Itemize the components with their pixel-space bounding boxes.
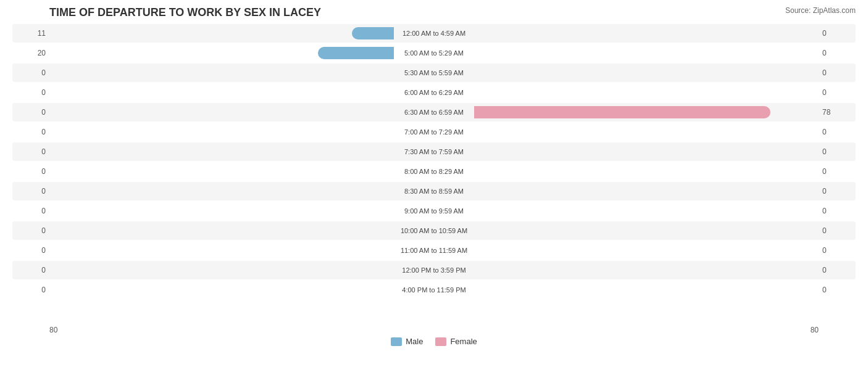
time-label: 6:30 AM to 6:59 AM xyxy=(404,109,464,116)
bar-pair: 12:00 AM to 4:59 AM xyxy=(49,24,819,43)
chart-container: TIME OF DEPARTURE TO WORK BY SEX IN LACE… xyxy=(0,0,868,367)
bar-pair: 6:30 AM to 6:59 AM xyxy=(49,103,819,122)
chart-row: 205:00 AM to 5:29 AM0 xyxy=(12,44,856,62)
male-bar xyxy=(352,27,394,39)
chart-row: 08:00 AM to 8:29 AM0 xyxy=(12,162,856,181)
female-value: 0 xyxy=(819,49,856,57)
bar-pair: 6:00 AM to 6:29 AM xyxy=(49,83,819,102)
legend-female: Female xyxy=(435,337,477,346)
axis-left-value: 80 xyxy=(49,326,57,334)
chart-row: 1112:00 AM to 4:59 AM0 xyxy=(12,24,856,43)
male-value: 0 xyxy=(12,147,49,156)
male-value: 0 xyxy=(12,108,49,117)
chart-row: 08:30 AM to 8:59 AM0 xyxy=(12,182,856,200)
time-label: 4:00 PM to 11:59 PM xyxy=(402,286,465,294)
time-label: 8:30 AM to 8:59 AM xyxy=(404,188,464,195)
time-label: 10:00 AM to 10:59 AM xyxy=(401,227,467,234)
legend-male: Male xyxy=(391,337,423,346)
axis-right-value: 80 xyxy=(811,326,819,334)
chart-row: 04:00 PM to 11:59 PM0 xyxy=(12,281,856,299)
bar-pair: 12:00 PM to 3:59 PM xyxy=(49,261,819,279)
female-bar xyxy=(474,106,770,118)
chart-row: 07:00 AM to 7:29 AM0 xyxy=(12,123,856,141)
source-label: Source: ZipAtlas.com xyxy=(785,6,856,15)
bar-pair: 11:00 AM to 11:59 AM xyxy=(49,241,819,260)
chart-title: TIME OF DEPARTURE TO WORK BY SEX IN LACE… xyxy=(12,6,856,19)
bar-pair: 5:00 AM to 5:29 AM xyxy=(49,44,819,62)
bar-pair: 8:30 AM to 8:59 AM xyxy=(49,182,819,200)
legend: Male Female xyxy=(12,337,856,346)
chart-row: 011:00 AM to 11:59 AM0 xyxy=(12,241,856,260)
bar-pair: 5:30 AM to 5:59 AM xyxy=(49,64,819,82)
male-value: 0 xyxy=(12,207,49,215)
male-value: 0 xyxy=(12,68,49,77)
female-label: Female xyxy=(450,337,477,346)
female-value: 0 xyxy=(819,187,856,196)
chart-row: 09:00 AM to 9:59 AM0 xyxy=(12,202,856,220)
time-label: 5:30 AM to 5:59 AM xyxy=(404,69,464,76)
bar-pair: 8:00 AM to 8:29 AM xyxy=(49,162,819,181)
male-label: Male xyxy=(406,337,423,346)
time-label: 11:00 AM to 11:59 AM xyxy=(401,247,467,254)
male-value: 0 xyxy=(12,226,49,235)
time-label: 12:00 AM to 4:59 AM xyxy=(403,30,465,37)
female-value: 0 xyxy=(819,226,856,235)
time-label: 5:00 AM to 5:29 AM xyxy=(404,49,464,57)
chart-area: 1112:00 AM to 4:59 AM0205:00 AM to 5:29 … xyxy=(12,24,856,323)
female-value: 0 xyxy=(819,246,856,255)
chart-row: 010:00 AM to 10:59 AM0 xyxy=(12,221,856,240)
time-label: 12:00 PM to 3:59 PM xyxy=(402,266,465,274)
time-label: 7:00 AM to 7:29 AM xyxy=(404,128,464,136)
bar-pair: 4:00 PM to 11:59 PM xyxy=(49,281,819,299)
female-value: 0 xyxy=(819,128,856,136)
chart-row: 06:00 AM to 6:29 AM0 xyxy=(12,83,856,102)
axis-bottom: 80 80 xyxy=(12,323,856,334)
male-value: 0 xyxy=(12,167,49,176)
female-value: 0 xyxy=(819,68,856,77)
bar-pair: 10:00 AM to 10:59 AM xyxy=(49,221,819,240)
male-value: 0 xyxy=(12,187,49,196)
female-color-box xyxy=(435,337,446,346)
bar-pair: 7:30 AM to 7:59 AM xyxy=(49,142,819,161)
time-label: 7:30 AM to 7:59 AM xyxy=(404,148,464,155)
time-label: 8:00 AM to 8:29 AM xyxy=(404,168,464,175)
female-value: 0 xyxy=(819,29,856,38)
male-value: 0 xyxy=(12,266,49,274)
male-value: 0 xyxy=(12,128,49,136)
female-value: 0 xyxy=(819,147,856,156)
time-label: 9:00 AM to 9:59 AM xyxy=(404,207,464,215)
chart-row: 05:30 AM to 5:59 AM0 xyxy=(12,64,856,82)
male-value: 11 xyxy=(12,29,49,38)
female-value: 0 xyxy=(819,286,856,294)
male-value: 0 xyxy=(12,286,49,294)
female-value: 78 xyxy=(819,108,856,117)
bar-pair: 9:00 AM to 9:59 AM xyxy=(49,202,819,220)
male-bar xyxy=(318,47,394,59)
female-value: 0 xyxy=(819,167,856,176)
bar-pair: 7:00 AM to 7:29 AM xyxy=(49,123,819,141)
female-value: 0 xyxy=(819,266,856,274)
chart-row: 07:30 AM to 7:59 AM0 xyxy=(12,142,856,161)
chart-row: 012:00 PM to 3:59 PM0 xyxy=(12,261,856,279)
male-value: 20 xyxy=(12,49,49,57)
female-value: 0 xyxy=(819,88,856,97)
male-color-box xyxy=(391,337,402,346)
time-label: 6:00 AM to 6:29 AM xyxy=(404,89,464,96)
female-value: 0 xyxy=(819,207,856,215)
male-value: 0 xyxy=(12,246,49,255)
male-value: 0 xyxy=(12,88,49,97)
chart-row: 06:30 AM to 6:59 AM78 xyxy=(12,103,856,122)
